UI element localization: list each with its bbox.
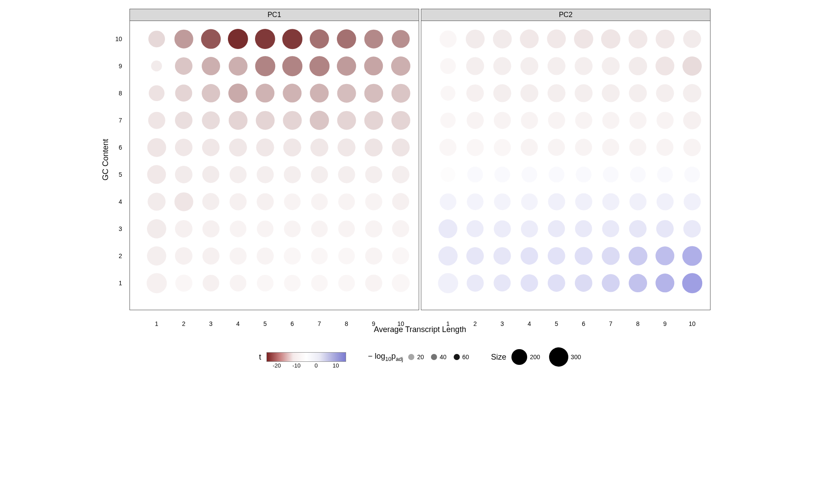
plot-area: 1234567891012345678910 [130, 21, 419, 310]
alpha-dot-icon [454, 354, 460, 360]
bubble [549, 167, 564, 182]
bubble [311, 275, 328, 291]
bubble [682, 56, 702, 76]
legend-size-value: 300 [571, 354, 581, 360]
x-tick: 10 [689, 320, 696, 327]
bubble [391, 56, 410, 76]
x-tick: 3 [209, 320, 213, 327]
bubble [282, 29, 302, 49]
bubble [574, 84, 592, 102]
bubble [364, 111, 383, 130]
bubble [602, 274, 620, 292]
bubble [175, 57, 192, 75]
bubble [283, 84, 301, 102]
bubble [574, 247, 592, 265]
legend-alpha: − log10padj 204060 [368, 352, 469, 362]
bubble [309, 56, 329, 76]
bubble [310, 111, 329, 130]
x-tick: 9 [663, 320, 667, 327]
bubble [311, 248, 328, 264]
bubble [602, 247, 620, 265]
bubble [655, 273, 674, 292]
bubble [438, 273, 458, 293]
bubble [466, 247, 484, 265]
bubble [548, 193, 565, 210]
bubble [683, 30, 701, 48]
bubble [392, 274, 410, 292]
bubble [338, 275, 355, 291]
bubble [257, 220, 273, 237]
x-tick: 9 [372, 320, 375, 327]
bubble [494, 274, 511, 291]
x-tick: 8 [636, 320, 640, 327]
bubble [175, 247, 192, 265]
plot-area: 12345678910 [421, 21, 710, 310]
bubble [284, 193, 301, 210]
bubble [338, 248, 355, 264]
bubble [602, 193, 620, 210]
bubble [548, 112, 565, 129]
bubble [228, 84, 248, 103]
bubble [656, 30, 675, 49]
y-tick: 8 [119, 90, 122, 97]
bubble [392, 247, 409, 264]
legend-size: Size 200300 [491, 347, 581, 367]
bubble [467, 139, 484, 156]
facet-header: PC2 [421, 9, 710, 21]
bubble [365, 166, 382, 183]
y-tick: 3 [119, 225, 122, 232]
color-bar: -20-10010 [266, 352, 346, 362]
bubble [441, 167, 455, 182]
bubble [520, 57, 538, 75]
y-tick: 2 [119, 252, 122, 259]
bubble [175, 220, 192, 238]
bubble [467, 167, 483, 182]
legend-alpha-value: 40 [440, 354, 447, 360]
bubble [202, 193, 219, 210]
bubble [467, 112, 484, 129]
bubble [284, 275, 301, 291]
x-tick: 1 [155, 320, 158, 327]
bubble [175, 275, 192, 292]
bubble [337, 138, 355, 156]
bubble [392, 193, 409, 210]
bubble [175, 112, 192, 129]
bubble [547, 29, 566, 48]
bubble [682, 246, 702, 266]
bubble [203, 248, 220, 265]
bubble [147, 192, 165, 210]
bubble [364, 30, 383, 49]
bubble [629, 57, 647, 75]
bubble [630, 112, 647, 129]
color-tick: 10 [332, 362, 339, 369]
legend-alpha-value: 60 [462, 354, 469, 360]
bubble [520, 29, 539, 48]
y-axis-label: GC Content [101, 139, 110, 180]
bubble [147, 165, 166, 184]
x-tick: 4 [236, 320, 240, 327]
bubble [310, 84, 329, 102]
facet-panel-pc1: PC11234567891012345678910 [130, 9, 419, 310]
x-tick: 1 [446, 320, 450, 327]
bubble [683, 220, 701, 238]
legend-alpha-value: 20 [417, 354, 424, 360]
bubble [575, 193, 592, 210]
bubble [467, 275, 484, 292]
legend-size-title: Size [491, 353, 506, 362]
y-tick: 7 [119, 117, 122, 124]
bubble [257, 275, 273, 291]
bubble [257, 166, 274, 183]
x-tick: 5 [555, 320, 558, 327]
bubble [284, 166, 301, 183]
bubble [629, 247, 648, 266]
y-tick: 5 [119, 171, 122, 178]
x-tick: 2 [473, 320, 477, 327]
bubble [547, 57, 565, 75]
bubble [175, 192, 193, 211]
bubble [682, 273, 702, 293]
bubble [284, 248, 301, 265]
bubble [494, 112, 511, 129]
legend-size-value: 200 [530, 354, 540, 360]
facet-panel-pc2: PC212345678910 [421, 9, 710, 310]
bubble [255, 56, 275, 76]
